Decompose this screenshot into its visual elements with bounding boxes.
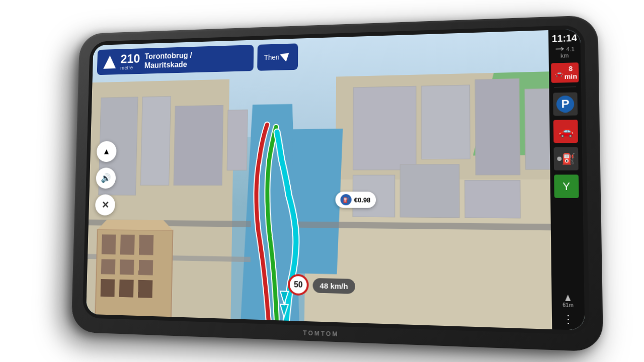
svg-marker-28: [280, 291, 288, 304]
street-line2: Mauritskade: [144, 60, 187, 69]
routing-icon: Y: [562, 180, 570, 192]
traffic-icon-btn[interactable]: 🚗: [553, 120, 578, 143]
eta-value: 8 min: [564, 64, 577, 80]
close-icon: ✕: [101, 199, 109, 211]
then-direction-arrow: [280, 49, 292, 62]
then-label: Then: [264, 53, 280, 61]
distance-value: 210: [120, 52, 140, 65]
volume-icon: 🔊: [101, 173, 111, 184]
current-speed-box: 48 km/h: [312, 278, 355, 294]
routing-icon-btn[interactable]: Y: [554, 174, 579, 198]
fuel-price-marker: ⛽ €0.98: [335, 192, 375, 208]
compass-scale: 61m: [562, 295, 574, 309]
north-arrow: [565, 295, 571, 301]
spacer: [567, 201, 568, 292]
device-inner: ⛽ €0.98 50 48 km/h: [83, 25, 590, 335]
compass-button[interactable]: ▲: [97, 141, 117, 162]
svg-marker-27: [280, 304, 288, 317]
device-wrapper: ⛽ €0.98 50 48 km/h: [45, 15, 599, 347]
distance-icon: [554, 46, 565, 52]
fuel-price-text: €0.98: [354, 196, 371, 204]
dot-indicator: [557, 157, 561, 161]
distance-info: 210 metre: [120, 52, 140, 71]
map-area[interactable]: ⛽ €0.98 50 48 km/h: [86, 29, 585, 330]
then-instruction-box: Then: [257, 43, 298, 71]
fuel-icon: ⛽: [341, 194, 352, 205]
car-icon: 🚗: [558, 124, 573, 138]
more-dots-icon: ⋮: [562, 313, 574, 325]
svg-marker-0: [239, 104, 302, 330]
scale-value: 61m: [562, 302, 574, 308]
device-brand-label: TOMTOM: [303, 329, 339, 338]
fuel-icon-btn[interactable]: ⛽: [553, 147, 578, 170]
distance-to-destination: 4.1 km: [551, 46, 579, 59]
speed-limit-value: 50: [294, 280, 303, 290]
volume-button[interactable]: 🔊: [96, 167, 116, 189]
street-name: Torontobrug / Mauritskade: [144, 51, 192, 70]
parking-icon-btn[interactable]: P: [553, 93, 578, 116]
eta-car-icon: 🚗: [554, 69, 564, 77]
device-body: ⛽ €0.98 50 48 km/h: [71, 15, 603, 352]
main-instruction-box: 210 metre Torontobrug / Mauritskade: [97, 45, 254, 75]
speed-container: 50 48 km/h: [288, 274, 355, 297]
separator-1: [554, 86, 576, 87]
speed-limit-circle: 50: [288, 274, 309, 296]
left-buttons: ▲ 🔊 ✕: [95, 141, 117, 215]
current-speed-value: 48 km/h: [319, 281, 348, 291]
direction-arrow-up: [103, 55, 116, 69]
more-menu-button[interactable]: ⋮: [562, 312, 574, 326]
screen: ⛽ €0.98 50 48 km/h: [86, 29, 585, 330]
right-panel: 11:14 4.1 km 🚗 8 min: [548, 29, 585, 330]
compass-icon: ▲: [103, 146, 111, 156]
close-button[interactable]: ✕: [95, 195, 115, 216]
street-line1: Torontobrug /: [144, 51, 192, 61]
fuel-station-icon: ⛽: [561, 152, 575, 165]
parking-icon: P: [556, 96, 575, 113]
distance-unit: metre: [120, 64, 140, 70]
eta-box: 🚗 8 min: [551, 62, 579, 83]
time-display: 11:14: [552, 33, 578, 43]
